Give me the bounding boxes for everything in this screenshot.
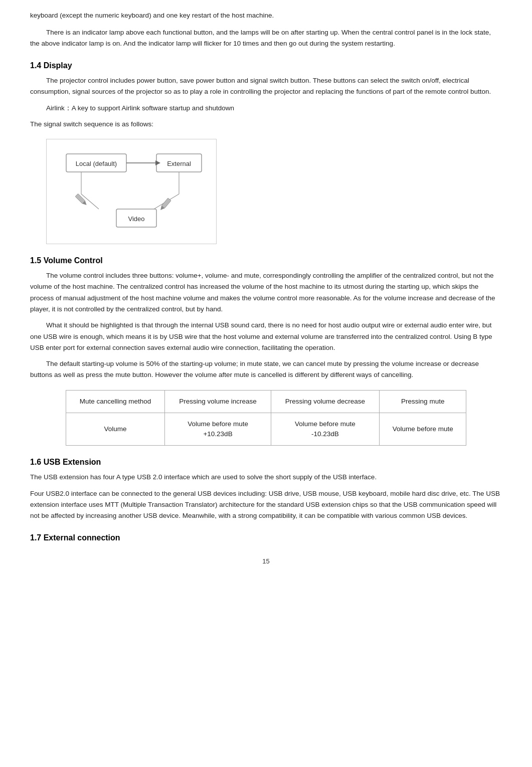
table-cell-mute-press: Pressing mute <box>380 390 466 413</box>
table-cell-vol-decrease: Pressing volume decrease <box>271 390 379 413</box>
display-para1: The projector control includes power but… <box>30 75 502 98</box>
volume-table: Mute cancelling method Pressing volume i… <box>66 390 467 446</box>
usb-para2: Four USB2.0 interface can be connected t… <box>30 488 502 522</box>
table-cell-mute-method: Mute cancelling method <box>66 390 165 413</box>
table-cell-vol-dec-value: Volume before mute-10.23dB <box>271 413 379 446</box>
table-data-row: Volume Volume before mute+10.23dB Volume… <box>66 413 466 446</box>
svg-rect-9 <box>75 194 85 204</box>
volume-para3: The default starting-up volume is 50% of… <box>30 358 502 381</box>
external-label: External <box>167 160 191 167</box>
table-cell-vol-increase: Pressing volume increase <box>165 390 271 413</box>
svg-rect-11 <box>161 198 171 208</box>
intro-text: keyboard (except the numeric keyboard) a… <box>30 10 502 21</box>
page-number: 15 <box>30 557 502 565</box>
local-label: Local (default) <box>76 160 117 167</box>
signal-diagram: Local (default) External Video <box>46 139 217 244</box>
section-15-title: 1.5 Volume Control <box>30 256 502 265</box>
section-16-title: 1.6 USB Extension <box>30 458 502 467</box>
table-cell-volume-label: Volume <box>66 413 165 446</box>
table-cell-vol-mute-value: Volume before mute <box>380 413 466 446</box>
indicator-para: There is an indicator lamp above each fu… <box>30 27 502 50</box>
volume-para2: What it should be highlighted is that th… <box>30 320 502 353</box>
table-header-row: Mute cancelling method Pressing volume i… <box>66 390 466 413</box>
usb-para1: The USB extension has four A type USB 2.… <box>30 472 502 483</box>
signal-label: The signal switch sequence is as follows… <box>30 119 502 130</box>
airlink-line: Airlink：A key to support Airlink softwar… <box>46 103 502 114</box>
section-17-title: 1.7 External connection <box>30 533 502 542</box>
volume-para1: The volume control includes three button… <box>30 270 502 315</box>
table-cell-vol-inc-value: Volume before mute+10.23dB <box>165 413 271 446</box>
video-label: Video <box>128 215 144 223</box>
signal-svg: Local (default) External Video <box>51 144 212 239</box>
section-14-title: 1.4 Display <box>30 61 502 70</box>
